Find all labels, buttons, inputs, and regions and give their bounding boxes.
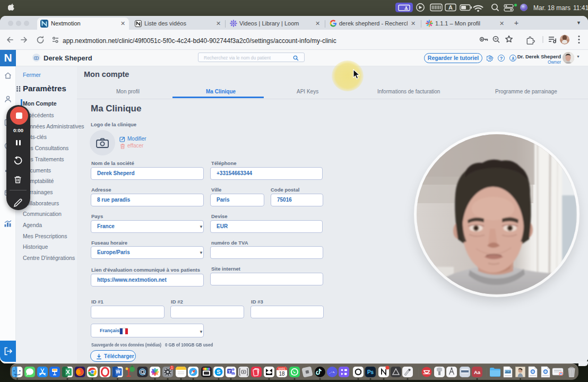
svg-text:MARS: MARS bbox=[278, 368, 285, 370]
svg-text:Mar. 18 mars: Mar. 18 mars bbox=[533, 4, 570, 12]
svg-text:S: S bbox=[217, 369, 220, 375]
svg-text:A: A bbox=[448, 4, 453, 11]
svg-text:Aa: Aa bbox=[474, 369, 481, 375]
svg-text:1: 1 bbox=[171, 366, 173, 369]
svg-text:T: T bbox=[228, 369, 231, 374]
svg-text:18: 18 bbox=[279, 371, 285, 377]
svg-text:11:41: 11:41 bbox=[573, 4, 588, 12]
svg-text:Ps: Ps bbox=[367, 369, 374, 375]
